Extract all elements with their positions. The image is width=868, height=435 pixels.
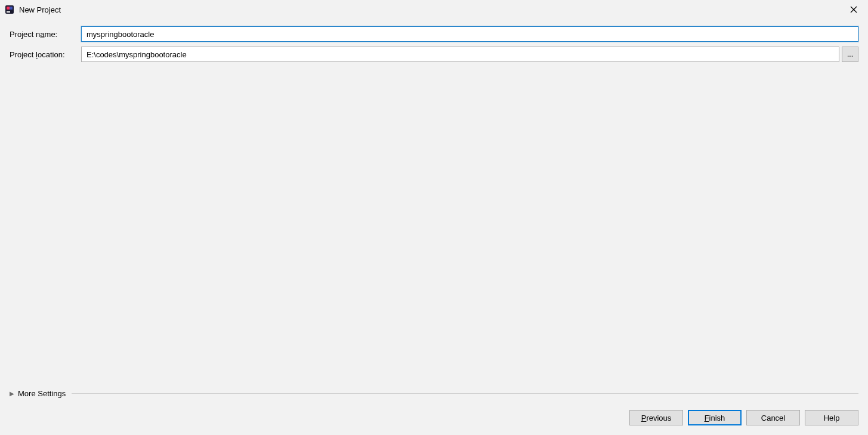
close-button[interactable] xyxy=(844,0,863,19)
btn-mnemonic: F xyxy=(705,414,709,422)
button-row: Previous Finish Cancel Help xyxy=(10,410,858,425)
project-location-label: Project location: xyxy=(10,50,81,59)
project-name-label: Project name: xyxy=(10,30,81,39)
finish-button[interactable]: Finish xyxy=(688,410,742,425)
app-icon xyxy=(5,5,14,14)
window-title: New Project xyxy=(19,5,844,14)
help-button[interactable]: Help xyxy=(805,410,858,425)
separator-line xyxy=(72,393,858,394)
label-part: me: xyxy=(45,30,58,39)
project-name-input[interactable] xyxy=(81,26,858,42)
label-part: ocation: xyxy=(38,50,65,59)
more-settings-toggle[interactable]: ▶ More Settings xyxy=(10,389,66,398)
browse-button[interactable]: ... xyxy=(842,47,858,62)
label-part: Project xyxy=(10,50,36,59)
btn-text: inish xyxy=(709,414,725,422)
btn-text: revious xyxy=(646,414,671,422)
dialog-bottom: ▶ More Settings Previous Finish Cancel H… xyxy=(0,389,868,435)
label-mnemonic: e xyxy=(31,389,35,398)
more-settings-label: More Settings xyxy=(18,389,66,398)
project-name-row: Project name: xyxy=(10,26,858,42)
label-part: Mor xyxy=(18,389,31,398)
label-part: Project n xyxy=(10,30,40,39)
more-settings-row: ▶ More Settings xyxy=(10,389,858,398)
label-part: Settings xyxy=(36,389,66,398)
project-location-row: Project location: ... xyxy=(10,47,858,62)
svg-rect-3 xyxy=(7,11,10,13)
label-mnemonic: a xyxy=(40,30,44,39)
dialog-content: Project name: Project location: ... xyxy=(0,19,868,69)
previous-button[interactable]: Previous xyxy=(629,410,683,425)
close-icon xyxy=(850,6,857,13)
titlebar: New Project xyxy=(0,0,868,19)
svg-rect-1 xyxy=(7,7,10,10)
project-location-input[interactable] xyxy=(81,47,839,62)
cancel-button[interactable]: Cancel xyxy=(746,410,800,425)
svg-rect-2 xyxy=(10,7,13,10)
chevron-right-icon: ▶ xyxy=(10,390,14,397)
